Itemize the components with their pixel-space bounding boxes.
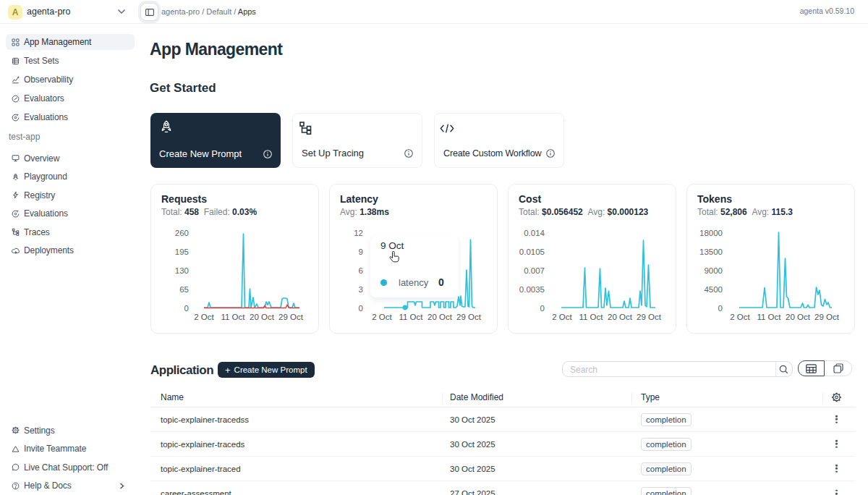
svg-text:3: 3 <box>359 285 363 294</box>
svg-text:195: 195 <box>175 248 189 256</box>
svg-text:20 Oct: 20 Oct <box>608 313 633 321</box>
svg-text:9: 9 <box>359 248 363 256</box>
svg-text:2 Oct: 2 Oct <box>372 313 392 321</box>
svg-text:20 Oct: 20 Oct <box>427 313 453 321</box>
svg-text:0: 0 <box>540 304 545 313</box>
svg-text:13500: 13500 <box>699 248 723 256</box>
svg-text:2 Oct: 2 Oct <box>730 313 750 321</box>
svg-text:260: 260 <box>175 229 189 237</box>
svg-text:29 Oct: 29 Oct <box>278 313 304 321</box>
svg-text:0.014: 0.014 <box>524 229 545 237</box>
svg-text:18000: 18000 <box>699 229 723 237</box>
svg-text:11 Oct: 11 Oct <box>757 313 781 321</box>
svg-text:6: 6 <box>359 266 363 275</box>
svg-text:12: 12 <box>354 229 363 237</box>
svg-text:4500: 4500 <box>704 285 723 294</box>
svg-text:20 Oct: 20 Oct <box>250 313 275 321</box>
svg-text:29 Oct: 29 Oct <box>637 313 662 321</box>
svg-text:29 Oct: 29 Oct <box>814 313 840 321</box>
svg-text:130: 130 <box>175 266 189 275</box>
svg-text:11 Oct: 11 Oct <box>579 313 603 321</box>
svg-text:11 Oct: 11 Oct <box>221 313 245 321</box>
svg-text:20 Oct: 20 Oct <box>786 313 811 321</box>
svg-text:2 Oct: 2 Oct <box>194 313 214 321</box>
svg-text:0: 0 <box>359 304 363 313</box>
svg-text:65: 65 <box>179 285 189 294</box>
svg-text:0: 0 <box>184 304 189 313</box>
svg-text:9000: 9000 <box>704 266 723 275</box>
svg-text:0: 0 <box>718 304 723 313</box>
svg-text:2 Oct: 2 Oct <box>552 313 572 321</box>
svg-text:0.0105: 0.0105 <box>519 248 545 256</box>
svg-text:0.0035: 0.0035 <box>519 285 545 294</box>
svg-text:0.007: 0.007 <box>524 266 545 275</box>
svg-text:29 Oct: 29 Oct <box>456 313 482 321</box>
svg-text:11 Oct: 11 Oct <box>399 313 423 321</box>
